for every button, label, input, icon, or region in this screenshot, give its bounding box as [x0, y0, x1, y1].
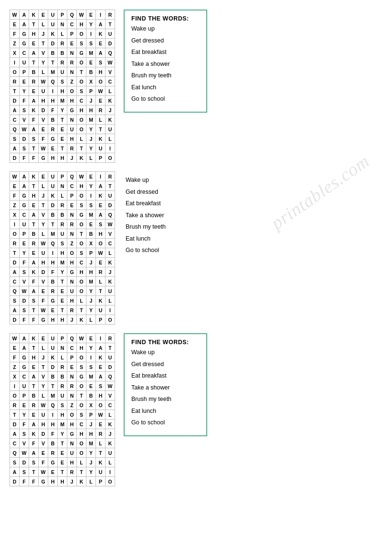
grid-cell-1-0-2: K [29, 10, 39, 20]
grid-cell-3-1-0: E [10, 343, 20, 353]
grid-cell-3-14-10: I [106, 467, 115, 477]
word-item-3-6: Go to school [131, 419, 200, 427]
word-item-2-6: Go to school [126, 246, 201, 255]
grid-cell-3-9-1: F [20, 420, 29, 429]
grid-cell-3-9-10: K [106, 420, 115, 429]
grid-cell-2-3-4: D [48, 200, 58, 210]
grid-cell-3-7-2: R [29, 400, 39, 410]
section-2: WAKEUPQWEIREATLUNCHYATFGHJKLPOIKUZGETDRE… [10, 171, 382, 325]
grid-cell-2-6-5: U [58, 229, 67, 239]
grid-cell-2-7-9: O [96, 239, 106, 248]
grid-cell-2-0-7: W [77, 172, 86, 181]
grid-cell-3-5-4: T [48, 381, 58, 391]
grid-cell-2-13-10: L [106, 296, 115, 305]
grid-cell-1-7-7: O [77, 77, 86, 86]
grid-cell-2-12-1: W [20, 286, 29, 296]
grid-cell-2-15-6: J [67, 315, 77, 325]
grid-cell-2-9-8: J [86, 258, 96, 267]
grid-cell-1-2-6: P [67, 29, 77, 39]
grid-cell-1-2-5: L [58, 29, 67, 39]
grid-cell-2-5-1: U [20, 220, 29, 229]
grid-cell-2-0-2: K [29, 172, 39, 181]
grid-cell-2-1-10: T [106, 181, 115, 191]
grid-cell-3-14-1: S [20, 467, 29, 477]
grid-cell-2-6-1: P [20, 229, 29, 239]
word-item-1-0: Wake up [131, 25, 200, 33]
grid-cell-3-0-9: I [96, 334, 106, 343]
grid-cell-2-0-10: R [106, 172, 115, 181]
grid-cell-1-0-5: P [58, 10, 67, 20]
wordlist-box-1: FIND THE WORDS:Wake upGet dressedEat bre… [124, 10, 207, 113]
grid-cell-1-8-9: W [96, 86, 106, 96]
grid-cell-2-4-6: N [67, 210, 77, 220]
grid-cell-3-5-3: Y [39, 381, 48, 391]
grid-cell-1-8-5: H [58, 86, 67, 96]
grid-cell-3-4-3: V [39, 372, 48, 381]
grid-cell-2-9-1: F [20, 258, 29, 267]
grid-cell-1-5-10: W [106, 58, 115, 67]
grid-cell-3-14-6: R [67, 467, 77, 477]
grid-cell-1-3-1: G [20, 39, 29, 48]
grid-cell-3-11-4: B [48, 439, 58, 448]
grid-cell-2-1-8: Y [86, 181, 96, 191]
grid-cell-2-6-2: B [29, 229, 39, 239]
grid-cell-1-4-9: A [96, 48, 106, 58]
grid-cell-2-5-10: W [106, 220, 115, 229]
grid-cell-1-6-7: T [77, 67, 86, 77]
grid-cell-1-7-4: Q [48, 77, 58, 86]
grid-cell-1-9-8: J [86, 96, 96, 105]
grid-cell-1-4-3: V [39, 48, 48, 58]
grid-cell-1-6-3: L [39, 67, 48, 77]
word-item-3-1: Get dressed [131, 360, 200, 369]
grid-cell-3-13-1: D [20, 458, 29, 467]
grid-cell-3-15-9: P [96, 477, 106, 486]
grid-cell-2-4-5: B [58, 210, 67, 220]
grid-cell-1-0-6: Q [67, 10, 77, 20]
grid-cell-1-13-4: G [48, 134, 58, 144]
grid-cell-3-6-2: B [29, 391, 39, 400]
grid-cell-1-6-10: V [106, 67, 115, 77]
grid-cell-1-7-9: O [96, 77, 106, 86]
grid-cell-2-14-10: I [106, 305, 115, 315]
grid-cell-3-15-4: H [48, 477, 58, 486]
grid-cell-1-11-9: L [96, 115, 106, 125]
grid-cell-2-14-1: S [20, 305, 29, 315]
grid-cell-2-11-4: B [48, 277, 58, 286]
grid-cell-2-3-6: E [67, 200, 77, 210]
grid-cell-1-1-10: T [106, 20, 115, 29]
grid-cell-3-11-8: M [86, 439, 96, 448]
grid-cell-2-8-10: L [106, 248, 115, 258]
grid-cell-3-5-8: E [86, 381, 96, 391]
grid-cell-1-2-8: I [86, 29, 96, 39]
grid-cell-3-8-2: E [29, 410, 39, 420]
grid-cell-3-10-8: H [86, 429, 96, 439]
grid-cell-3-11-1: V [20, 439, 29, 448]
grid-cell-1-6-9: H [96, 67, 106, 77]
grid-cell-2-2-1: G [20, 191, 29, 200]
grid-cell-1-3-9: E [96, 39, 106, 48]
grid-cell-1-13-5: E [58, 134, 67, 144]
grid-cell-1-11-0: C [10, 115, 20, 125]
grid-cell-2-12-4: R [48, 286, 58, 296]
grid-cell-2-13-2: S [29, 296, 39, 305]
grid-cell-2-2-3: J [39, 191, 48, 200]
page-container: WAKEUPQWEIREATLUNCHYATFGHJKLPOIKUZGETDRE… [10, 10, 382, 486]
grid-cell-2-7-8: X [86, 239, 96, 248]
grid-cell-1-0-8: E [86, 10, 96, 20]
grid-cell-1-6-6: N [67, 67, 77, 77]
grid-cell-3-0-0: W [10, 334, 20, 343]
grid-cell-3-3-3: T [39, 362, 48, 372]
grid-cell-3-12-0: Q [10, 448, 20, 458]
grid-cell-2-10-3: D [39, 267, 48, 277]
grid-cell-2-10-9: R [96, 267, 106, 277]
grid-cell-3-0-10: R [106, 334, 115, 343]
grid-cell-1-1-9: A [96, 20, 106, 29]
grid-cell-2-11-5: T [58, 277, 67, 286]
grid-cell-3-4-8: M [86, 372, 96, 381]
grid-cell-1-12-3: E [39, 125, 48, 134]
grid-cell-3-9-7: C [77, 420, 86, 429]
grid-cell-3-6-3: L [39, 391, 48, 400]
grid-cell-2-9-3: H [39, 258, 48, 267]
grid-cell-3-8-9: W [96, 410, 106, 420]
grid-cell-3-6-10: V [106, 391, 115, 400]
